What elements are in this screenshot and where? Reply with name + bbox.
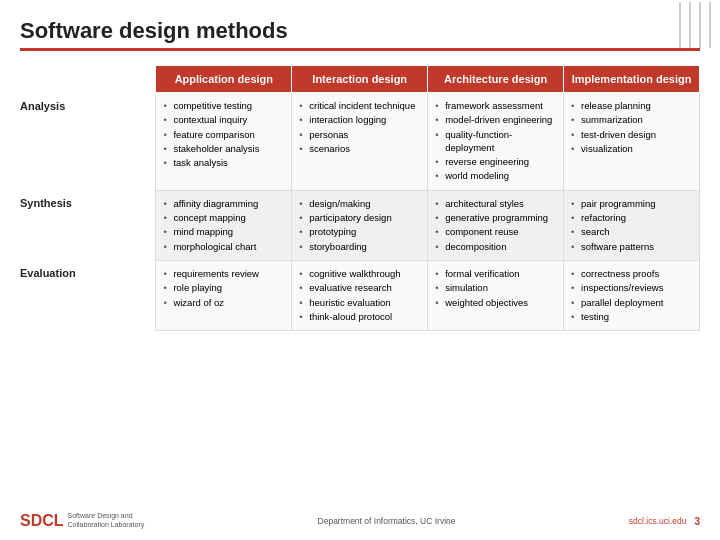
list-item: generative programming [435,211,556,224]
list-item: test-driven design [571,128,692,141]
cell-0-3: release planningsummarizationtest-driven… [564,93,700,191]
row-label-evaluation: Evaluation [20,260,156,330]
list-item: cognitive walkthrough [299,267,420,280]
col-header-architecture: Architecture design [428,66,564,93]
list-item: role playing [163,281,284,294]
list-item: simulation [435,281,556,294]
list-item: design/making [299,197,420,210]
cell-list: formal verificationsimulationweighted ob… [435,267,556,309]
col-header-application: Application design [156,66,292,93]
list-item: parallel deployment [571,296,692,309]
list-item: critical incident technique [299,99,420,112]
list-item: quality-function-deployment [435,128,556,155]
cell-list: correctness proofsinspections/reviewspar… [571,267,692,323]
cell-list: affinity diagrammingconcept mappingmind … [163,197,284,253]
list-item: model-driven engineering [435,113,556,126]
department-text: Department of Informatics, UC Irvine [318,516,456,526]
cell-1-1: design/makingparticipatory designprototy… [292,190,428,260]
website-url: sdcl.ics.uci.edu [629,516,687,526]
list-item: mind mapping [163,225,284,238]
cell-0-2: framework assessmentmodel-driven enginee… [428,93,564,191]
cell-list: architectural stylesgenerative programmi… [435,197,556,253]
list-item: software patterns [571,240,692,253]
cell-0-1: critical incident techniqueinteraction l… [292,93,428,191]
table-row: Evaluationrequirements reviewrole playin… [20,260,700,330]
list-item: competitive testing [163,99,284,112]
list-item: requirements review [163,267,284,280]
list-item: testing [571,310,692,323]
cell-0-0: competitive testingcontextual inquiryfea… [156,93,292,191]
cell-list: cognitive walkthroughevaluative research… [299,267,420,323]
list-item: visualization [571,142,692,155]
list-item: concept mapping [163,211,284,224]
cell-list: requirements reviewrole playingwizard of… [163,267,284,309]
methods-table: Application design Interaction design Ar… [20,65,700,331]
list-item: participatory design [299,211,420,224]
cell-2-2: formal verificationsimulationweighted ob… [428,260,564,330]
col-header-interaction: Interaction design [292,66,428,93]
list-item: contextual inquiry [163,113,284,126]
list-item: heuristic evaluation [299,296,420,309]
list-item: refactoring [571,211,692,224]
list-item: decomposition [435,240,556,253]
list-item: summarization [571,113,692,126]
col-header-implementation: Implementation design [564,66,700,93]
cell-list: pair programmingrefactoringsearchsoftwar… [571,197,692,253]
cell-list: release planningsummarizationtest-driven… [571,99,692,155]
main-table-wrapper: Application design Interaction design Ar… [20,65,700,502]
page-container: Software design methods Application desi… [0,0,720,540]
list-item: world modeling [435,169,556,182]
page-title: Software design methods [20,18,700,51]
list-item: reverse engineering [435,155,556,168]
list-item: correctness proofs [571,267,692,280]
cell-1-2: architectural stylesgenerative programmi… [428,190,564,260]
list-item: architectural styles [435,197,556,210]
cell-1-3: pair programmingrefactoringsearchsoftwar… [564,190,700,260]
row-label-synthesis: Synthesis [20,190,156,260]
cell-list: critical incident techniqueinteraction l… [299,99,420,155]
sdcl-logo-subtitle: Software Design and Collaboration Labora… [68,512,145,529]
sdcl-logo-text: SDCL [20,512,64,530]
list-item: formal verification [435,267,556,280]
list-item: framework assessment [435,99,556,112]
cell-list: competitive testingcontextual inquiryfea… [163,99,284,169]
row-label-analysis: Analysis [20,93,156,191]
list-item: wizard of oz [163,296,284,309]
col-header-empty [20,66,156,93]
list-item: scenarios [299,142,420,155]
list-item: evaluative research [299,281,420,294]
list-item: stakeholder analysis [163,142,284,155]
list-item: search [571,225,692,238]
list-item: interaction logging [299,113,420,126]
cell-1-0: affinity diagrammingconcept mappingmind … [156,190,292,260]
page-footer: SDCL Software Design and Collaboration L… [20,508,700,530]
table-row: Analysiscompetitive testingcontextual in… [20,93,700,191]
list-item: morphological chart [163,240,284,253]
table-row: Synthesisaffinity diagrammingconcept map… [20,190,700,260]
list-item: task analysis [163,156,284,169]
list-item: affinity diagramming [163,197,284,210]
list-item: storyboarding [299,240,420,253]
cell-2-1: cognitive walkthroughevaluative research… [292,260,428,330]
list-item: weighted objectives [435,296,556,309]
sdcl-logo: SDCL Software Design and Collaboration L… [20,512,144,530]
list-item: component reuse [435,225,556,238]
list-item: prototyping [299,225,420,238]
cell-2-0: requirements reviewrole playingwizard of… [156,260,292,330]
list-item: personas [299,128,420,141]
list-item: inspections/reviews [571,281,692,294]
list-item: feature comparison [163,128,284,141]
list-item: think-aloud protocol [299,310,420,323]
cell-list: framework assessmentmodel-driven enginee… [435,99,556,183]
page-number: 3 [694,516,700,527]
cell-list: design/makingparticipatory designprototy… [299,197,420,253]
list-item: pair programming [571,197,692,210]
cell-2-3: correctness proofsinspections/reviewspar… [564,260,700,330]
list-item: release planning [571,99,692,112]
